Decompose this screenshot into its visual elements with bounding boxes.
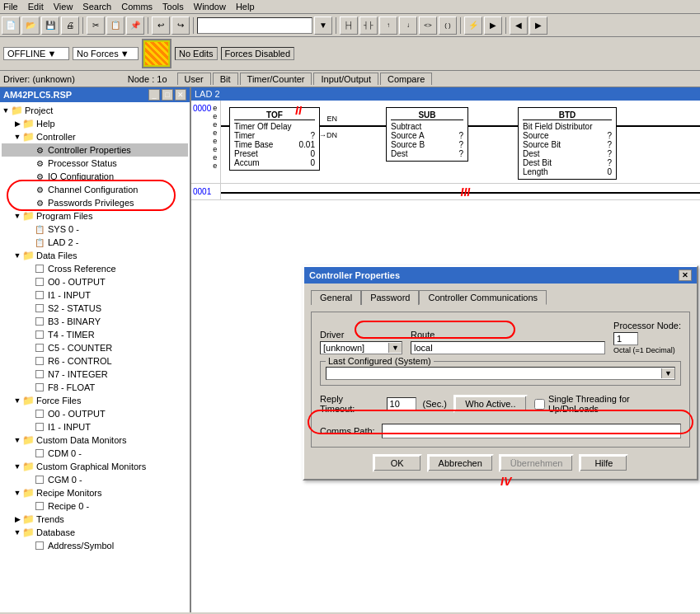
tree-item-controller-props[interactable]: ⚙Controller Properties (2, 143, 188, 157)
menu-edit[interactable]: Edit (28, 2, 44, 12)
expand-project[interactable]: ▼ (2, 106, 10, 115)
redo-btn[interactable]: ↪ (171, 16, 190, 35)
open-btn[interactable]: 📂 (21, 16, 40, 35)
expand-help[interactable]: ▶ (13, 120, 21, 128)
tab-password[interactable]: Password (361, 290, 419, 305)
tree-item-recipe-monitors[interactable]: ▼📁Recipe Monitors (2, 486, 188, 499)
tree-item-t4-timer[interactable]: T4 - TIMER (2, 328, 188, 341)
ladder-btn2[interactable]: ┤├ (359, 16, 378, 35)
expand-program-files[interactable]: ▼ (13, 212, 21, 220)
expand-custom-graphical[interactable]: ▼ (13, 462, 21, 471)
maximize-btn[interactable]: □ (162, 89, 173, 101)
ladder-btn3[interactable]: ↑ (379, 16, 397, 35)
expand-trends[interactable]: ▶ (13, 515, 21, 523)
tof-block[interactable]: TOF Timer Off Delay Timer ? Time Base 0.… (229, 107, 320, 171)
expand-recipe-monitors[interactable]: ▼ (13, 489, 21, 497)
tree-item-trends[interactable]: ▶📁Trends (2, 513, 188, 526)
ladder-btn6[interactable]: ( ) (439, 16, 457, 35)
undo-btn[interactable]: ↩ (152, 16, 170, 35)
reply-timeout-input[interactable] (387, 397, 416, 410)
menu-window[interactable]: Window (194, 2, 226, 12)
who-active-btn[interactable]: Who Active.. (453, 395, 528, 413)
menu-tools[interactable]: Tools (162, 2, 184, 12)
tree-item-program-files[interactable]: ▼📁Program Files (2, 209, 188, 223)
close-panel-btn[interactable]: ✕ (175, 89, 186, 101)
tree-item-cross-ref[interactable]: Cross Reference (2, 262, 188, 275)
ok-btn[interactable]: OK (373, 454, 422, 472)
tree-item-controller[interactable]: ▼📁Controller (2, 130, 188, 143)
menu-file[interactable]: File (3, 2, 18, 12)
tree-item-custom-data[interactable]: ▼📁Custom Data Monitors (2, 434, 188, 447)
last-configured-dropdown-btn[interactable]: ▼ (661, 368, 674, 378)
minimize-btn[interactable]: _ (148, 89, 160, 101)
tree-item-help[interactable]: ▶📁Help (2, 117, 188, 130)
tree-item-channel-config[interactable]: ⚙Channel Configuration (2, 183, 188, 196)
copy-btn[interactable]: 📋 (106, 16, 124, 35)
tab-input-output[interactable]: Input/Output (313, 73, 378, 85)
new-btn[interactable]: 📄 (2, 16, 20, 35)
tree-item-custom-graphical[interactable]: ▼📁Custom Graphical Monitors (2, 460, 188, 473)
tree-item-data-files[interactable]: ▼📁Data Files (2, 249, 188, 262)
tree-item-b3-binary[interactable]: B3 - BINARY (2, 315, 188, 328)
paste-btn[interactable]: 📌 (126, 16, 144, 35)
driver-input[interactable] (321, 342, 388, 354)
abbrechen-btn[interactable]: Abbrechen (427, 454, 494, 472)
expand-controller[interactable]: ▼ (13, 133, 21, 141)
tree-item-c5-counter[interactable]: C5 - COUNTER (2, 341, 188, 354)
menu-view[interactable]: View (54, 2, 73, 12)
hilfe-btn[interactable]: Hilfe (579, 454, 628, 472)
tree-item-force-files[interactable]: ▼📁Force Files (2, 394, 188, 407)
tree-item-address-symbol[interactable]: Address/Symbol (2, 539, 188, 552)
processor-node-input[interactable] (613, 332, 638, 345)
forces-dropdown[interactable]: No Forces ▼ (73, 47, 139, 60)
print-btn[interactable]: 🖨 (61, 16, 79, 35)
save-btn[interactable]: 💾 (41, 16, 59, 35)
last-configured-input[interactable] (327, 368, 661, 379)
tab-bit[interactable]: Bit (213, 73, 238, 85)
tab-general[interactable]: General (311, 290, 361, 305)
ladder-btn5[interactable]: <> (419, 16, 437, 35)
search-dropdown[interactable]: ▼ (314, 16, 332, 35)
ladder-btn4[interactable]: ↓ (399, 16, 417, 35)
menu-help[interactable]: Help (236, 2, 255, 12)
tree-item-f8-float[interactable]: F8 - FLOAT (2, 381, 188, 394)
ubernehmen-btn[interactable]: Übernehmen (499, 454, 575, 472)
tree-item-cgm0[interactable]: CGM 0 - (2, 473, 188, 486)
expand-custom-data[interactable]: ▼ (13, 436, 21, 444)
tree-item-fi1-input[interactable]: I1 - INPUT (2, 420, 188, 434)
tree-item-project[interactable]: ▼📁Project (2, 104, 188, 117)
cut-btn[interactable]: ✂ (87, 16, 105, 35)
driver-combo[interactable]: ▼ (320, 341, 402, 354)
run-btn[interactable]: ▶ (484, 16, 502, 35)
ladder-btn1[interactable]: ├┤ (340, 16, 358, 35)
tree-item-cdm0[interactable]: CDM 0 - (2, 447, 188, 460)
menu-comms[interactable]: Comms (121, 2, 153, 12)
tree-item-s2-status[interactable]: S2 - STATUS (2, 302, 188, 315)
back-btn[interactable]: ◀ (510, 16, 528, 35)
btd-block[interactable]: BTD Bit Field Distributor Source ? Sourc… (518, 107, 617, 180)
tab-user[interactable]: User (177, 73, 211, 85)
tree-item-io-config[interactable]: ⚙IO Configuration (2, 170, 188, 183)
dialog-close-btn[interactable]: ✕ (679, 270, 692, 281)
search-box[interactable] (197, 17, 312, 34)
tab-timer-counter[interactable]: Timer/Counter (240, 73, 312, 85)
expand-database[interactable]: ▼ (13, 528, 21, 537)
offline-dropdown[interactable]: OFFLINE ▼ (3, 47, 69, 60)
sub-block[interactable]: SUB Subtract Source A ? Source B ? Dest (386, 107, 468, 162)
tree-item-sys0[interactable]: 📋SYS 0 - (2, 223, 188, 236)
menu-search[interactable]: Search (82, 2, 111, 12)
single-threading-checkbox[interactable] (534, 399, 545, 410)
last-configured-combo[interactable]: ▼ (326, 367, 675, 380)
tree-item-n7-integer[interactable]: N7 - INTEGER (2, 368, 188, 381)
driver-dropdown-btn[interactable]: ▼ (388, 343, 402, 353)
comms-path-input[interactable] (382, 424, 681, 438)
tree-item-lad2[interactable]: 📋LAD 2 - (2, 236, 188, 249)
expand-data-files[interactable]: ▼ (13, 251, 21, 260)
tree-item-fo0-output[interactable]: O0 - OUTPUT (2, 407, 188, 420)
fwd-btn[interactable]: ▶ (529, 16, 547, 35)
tree-item-r6-control[interactable]: R6 - CONTROL (2, 354, 188, 368)
tree-item-o0-output[interactable]: O0 - OUTPUT (2, 275, 188, 288)
tab-compare[interactable]: Compare (380, 73, 432, 85)
tree-item-i1-input[interactable]: I1 - INPUT (2, 288, 188, 302)
route-input[interactable] (411, 341, 605, 354)
